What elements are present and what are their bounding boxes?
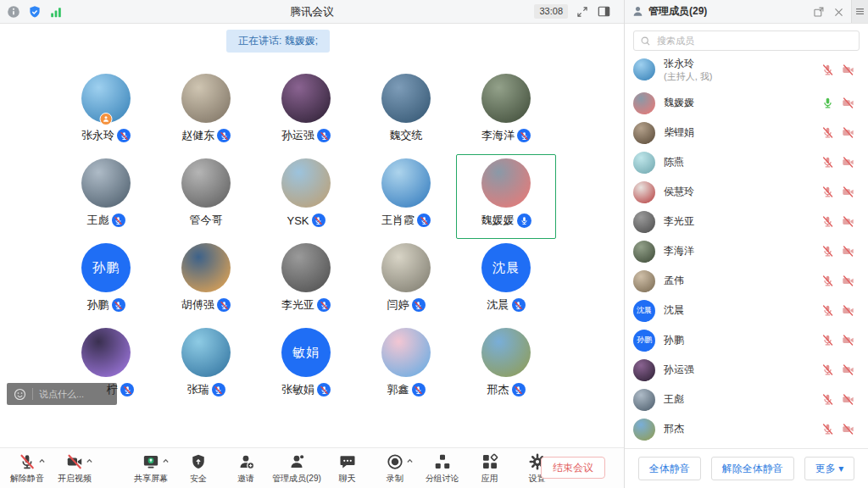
close-icon[interactable] bbox=[833, 7, 844, 18]
panel-title: 管理成员(29) bbox=[648, 4, 707, 19]
member-mic-muted-icon[interactable] bbox=[821, 274, 834, 287]
member-row[interactable]: 孙鹏 孙鹏 bbox=[625, 325, 868, 355]
participant-cell[interactable]: 王肖霞 bbox=[356, 154, 456, 239]
member-mic-muted-icon[interactable] bbox=[821, 126, 834, 139]
toolbar-share-screen-button[interactable]: 共享屏幕 bbox=[127, 453, 175, 485]
layout-toggle-icon[interactable] bbox=[598, 5, 610, 18]
participant-cell[interactable]: 沈晨 沈晨 bbox=[456, 239, 556, 324]
toolbar-apps-button[interactable]: 应用 bbox=[466, 453, 514, 485]
chevron-up-icon[interactable] bbox=[38, 458, 46, 464]
participant-cell[interactable]: 邢杰 bbox=[456, 324, 556, 408]
member-mic-muted-icon[interactable] bbox=[821, 393, 834, 406]
divider bbox=[32, 388, 33, 400]
member-mic-on-icon[interactable] bbox=[821, 97, 834, 109]
member-camera-off-icon[interactable] bbox=[842, 423, 854, 435]
member-row[interactable]: 王彪 bbox=[625, 385, 868, 414]
member-row[interactable]: 邢杰 bbox=[625, 414, 868, 444]
toolbar-chat-button[interactable]: 聊天 bbox=[324, 453, 371, 485]
member-avatar bbox=[633, 241, 655, 263]
toolbar-invite-button[interactable]: 邀请 bbox=[222, 453, 270, 485]
participant-avatar bbox=[181, 328, 231, 377]
member-camera-off-icon[interactable] bbox=[842, 215, 854, 228]
member-row[interactable]: 张永玲 (主持人, 我) bbox=[625, 51, 868, 88]
chevron-up-icon[interactable] bbox=[406, 458, 414, 464]
search-input[interactable] bbox=[655, 35, 853, 47]
bottom-toolbar: 解除静音 开启视频 共享屏幕 安全 邀请 管理成员(29) 聊天 录制 bbox=[0, 447, 624, 488]
unmute-all-button[interactable]: 解除全体静音 bbox=[711, 457, 794, 480]
participant-cell[interactable]: 管今哥 bbox=[156, 154, 256, 239]
member-mic-muted-icon[interactable] bbox=[821, 215, 834, 228]
member-row[interactable]: 李光亚 bbox=[625, 207, 868, 236]
member-mic-muted-icon[interactable] bbox=[821, 245, 834, 258]
member-camera-off-icon[interactable] bbox=[842, 393, 854, 406]
participant-cell[interactable]: YSK bbox=[256, 154, 356, 239]
member-row[interactable]: 柴锂娟 bbox=[625, 118, 868, 147]
more-button[interactable]: 更多 ▾ bbox=[804, 457, 854, 480]
participant-cell[interactable]: 柠 bbox=[56, 324, 156, 408]
participant-cell[interactable]: 魏媛媛 bbox=[456, 154, 556, 239]
member-row[interactable]: 孙运强 bbox=[625, 355, 868, 385]
toolbar-breakout-rooms-button[interactable]: 分组讨论 bbox=[419, 453, 466, 485]
menu-icon[interactable] bbox=[854, 6, 865, 17]
member-camera-off-icon[interactable] bbox=[842, 97, 854, 109]
member-row[interactable]: 侯慧玲 bbox=[625, 177, 868, 207]
member-camera-off-icon[interactable] bbox=[842, 274, 854, 287]
member-camera-off-icon[interactable] bbox=[842, 363, 854, 376]
participant-cell[interactable]: 张永玲 bbox=[56, 69, 156, 154]
member-mic-muted-icon[interactable] bbox=[821, 64, 834, 76]
member-camera-off-icon[interactable] bbox=[842, 156, 854, 169]
mute-all-button[interactable]: 全体静音 bbox=[638, 457, 701, 480]
participant-avatar: 孙鹏 bbox=[81, 243, 131, 292]
member-row[interactable]: 陈燕 bbox=[625, 147, 868, 177]
member-mic-muted-icon[interactable] bbox=[821, 334, 834, 347]
expand-icon[interactable] bbox=[576, 6, 588, 18]
apps-icon bbox=[481, 453, 498, 470]
participant-cell[interactable]: 闫婷 bbox=[356, 239, 456, 324]
member-row[interactable]: 沈晨 沈晨 bbox=[625, 296, 868, 325]
panel-menu-strip[interactable] bbox=[851, 0, 868, 23]
member-camera-off-icon[interactable] bbox=[842, 126, 854, 139]
member-mic-muted-icon[interactable] bbox=[821, 156, 834, 169]
member-camera-off-icon[interactable] bbox=[842, 64, 854, 76]
member-avatar: 沈晨 bbox=[633, 300, 655, 322]
member-mic-muted-icon[interactable] bbox=[821, 186, 834, 198]
member-row[interactable]: 魏媛媛 bbox=[625, 88, 868, 118]
invite-icon bbox=[237, 453, 254, 470]
toolbar-start-video-button[interactable]: 开启视频 bbox=[51, 453, 98, 485]
breakout-icon bbox=[434, 453, 451, 470]
end-meeting-button[interactable]: 结束会议 bbox=[541, 457, 605, 479]
participant-cell[interactable]: 王彪 bbox=[56, 154, 156, 239]
member-camera-off-icon[interactable] bbox=[842, 304, 854, 317]
participant-cell[interactable]: 李光亚 bbox=[256, 239, 356, 324]
participant-cell[interactable]: 张瑞 bbox=[156, 324, 256, 408]
member-camera-off-icon[interactable] bbox=[842, 334, 854, 347]
participant-cell[interactable]: 魏交统 bbox=[356, 69, 456, 154]
toolbar-security-button[interactable]: 安全 bbox=[175, 453, 222, 485]
chevron-up-icon[interactable] bbox=[86, 458, 93, 464]
participant-cell[interactable]: 赵健东 bbox=[156, 69, 256, 154]
toolbar-unmute-button[interactable]: 解除静音 bbox=[3, 453, 51, 485]
member-mic-muted-icon[interactable] bbox=[821, 423, 834, 435]
participant-avatar bbox=[181, 74, 231, 123]
emoji-icon[interactable] bbox=[14, 388, 26, 401]
popout-icon[interactable] bbox=[813, 6, 825, 18]
toolbar-manage-members-button[interactable]: 管理成员(29) bbox=[270, 453, 324, 485]
participant-cell[interactable]: 孙运强 bbox=[256, 69, 356, 154]
member-search-box[interactable] bbox=[633, 30, 860, 51]
member-camera-off-icon[interactable] bbox=[842, 186, 854, 198]
participant-cell[interactable]: 郭鑫 bbox=[356, 324, 456, 408]
participant-cell[interactable]: 胡傅强 bbox=[156, 239, 256, 324]
participant-cell[interactable]: 李海洋 bbox=[456, 69, 556, 154]
member-camera-off-icon[interactable] bbox=[842, 245, 854, 258]
member-avatar bbox=[633, 58, 655, 80]
member-name: 沈晨 bbox=[664, 304, 684, 317]
chevron-up-icon[interactable] bbox=[162, 458, 170, 464]
member-mic-muted-icon[interactable] bbox=[821, 363, 834, 376]
participant-cell[interactable]: 敏娟 张敏娟 bbox=[256, 324, 356, 408]
member-row[interactable]: 李海洋 bbox=[625, 236, 868, 266]
member-row[interactable]: 孟伟 bbox=[625, 266, 868, 296]
member-avatar bbox=[633, 122, 655, 144]
participant-cell[interactable]: 孙鹏 孙鹏 bbox=[56, 239, 156, 324]
toolbar-record-button[interactable]: 录制 bbox=[371, 453, 419, 485]
member-mic-muted-icon[interactable] bbox=[821, 304, 834, 317]
